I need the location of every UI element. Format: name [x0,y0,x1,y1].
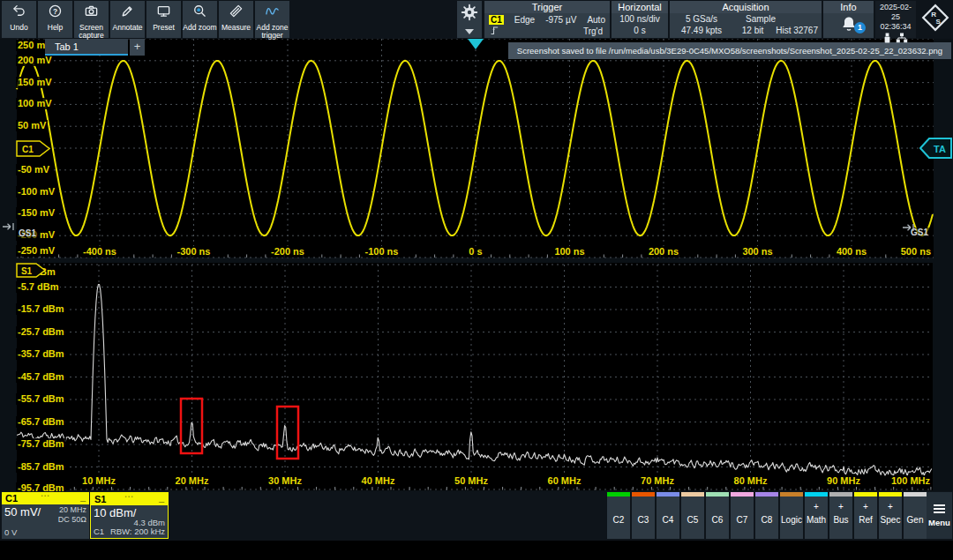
menu-button[interactable]: Menu [927,492,952,539]
minimize-icon[interactable]: _ [159,491,164,504]
channel-button-c7[interactable]: C7 [731,492,754,539]
channel-button-label: C5 [681,515,704,525]
channel-button-c2[interactable]: C2 [607,492,630,539]
resolution: 12 bit [733,25,772,36]
acquisition-section[interactable]: Acquisition 5 GSa/s Sample 47.49 kpts 12… [670,1,822,38]
channel-button-label: Spec [879,515,902,525]
oscilloscope-screen: 250 mV200 mV150 mV100 mV50 mV-50 mV-100 … [0,0,953,560]
plus-icon: + [879,502,902,511]
tab-1[interactable]: Tab 1 [45,39,128,56]
acquisition-mode: Sample [733,13,788,25]
history-count: Hist 32767 [772,25,822,36]
svg-text:?: ? [53,7,57,16]
channel1-signal-box[interactable]: C1 ∙∙∙ _ 50 mV/ 20 MHz DC 50Ω 0 V [2,492,89,539]
c1-bandwidth: 20 MHz [59,505,86,514]
trigger-type: Edge [514,15,535,25]
trigger-section[interactable]: Trigger C1 Edge -975 µV Auto Trg'd [484,1,610,38]
info-section-title: Info [823,1,874,13]
channel-color-strip [780,492,803,497]
toolbar-button-add-zone-trigger[interactable]: Add zone trigger [255,1,289,38]
acquisition-section-title: Acquisition [670,1,822,13]
channel-color-strip [805,492,828,497]
hamburger-icon [934,504,945,506]
channel-color-strip [755,492,778,497]
toolbar-button-undo[interactable]: Undo [2,1,36,38]
s1-vertical-scale: 10 dBm/ [94,506,136,519]
plus-icon: + [805,502,828,511]
channel-button-c3[interactable]: C3 [632,492,655,539]
channel-button-c5[interactable]: C5 [681,492,704,539]
channel-button-label: Math [805,515,828,525]
toolbar-button-label: Add zoom [183,24,216,32]
toolbar-button-label: Preset [153,24,175,32]
trigger-level: -975 µV [545,15,576,25]
trigger-position-marker[interactable] [468,39,484,49]
trigger-state: Trg'd [583,26,603,36]
c1-vertical-scale: 50 mV/ [4,505,41,525]
toolbar-button-help[interactable]: ?Help [38,1,72,38]
settings-button[interactable] [457,1,482,38]
sample-rate: 5 GSa/s [670,13,733,25]
plot-canvas [0,0,953,560]
channel-button-label: C6 [706,515,729,525]
horizontal-position: 0 s [612,25,668,36]
top-toolbar: Undo?HelpScreen captureAnnotatePresetAdd… [0,0,953,39]
c1-box-title: C1 [5,493,18,504]
channel-button-label: Ref [854,515,877,525]
channel-color-strip [731,492,754,497]
spectrum1-signal-box[interactable]: S1 ∙∙∙ _ 10 dBm/ 4.3 dBm C1 RBW: 200 kHz [90,492,169,539]
toolbar-button-label: Undo [10,24,27,32]
toolbar-button-annotate[interactable]: Annotate [110,1,145,38]
toolbar-button-preset[interactable]: Preset [146,1,181,38]
annotate-icon [120,4,135,22]
channel-color-strip [706,492,729,497]
plus-icon: + [854,502,877,511]
channel-button-gen[interactable]: Gen [904,492,927,539]
horizontal-scale: 100 ns/div [612,13,668,25]
channel-color-strip [854,492,877,497]
info-section[interactable]: Info 1 [823,1,874,38]
channel-button-logic[interactable]: Logic [780,492,803,539]
undo-icon [11,4,26,22]
channel-button-label: C7 [731,515,754,525]
s1-box-title: S1 [94,494,106,504]
gear-icon [461,4,478,25]
trigger-mode: Auto [587,15,605,25]
help-icon: ? [48,4,63,22]
channel-button-ref[interactable]: +Ref [854,492,877,539]
trigger-source-chip: C1 [489,15,504,25]
toolbar-button-screen-capture[interactable]: Screen capture [74,1,109,38]
clock-panel[interactable]: 2025-02-25 02:36:34 [875,1,916,38]
add-zoom-icon [192,4,207,22]
channel-button-label: C8 [755,515,778,525]
channel-button-label: C3 [632,515,655,525]
toolbar-button-group: Undo?HelpScreen captureAnnotatePresetAdd… [2,1,289,38]
horizontal-section-title: Horizontal [612,1,668,13]
drag-handle-icon: ∙∙∙ [124,490,134,503]
channel-color-strip [632,492,655,497]
channel-button-c8[interactable]: C8 [755,492,778,539]
channel-button-row: C2C3C4C5C6C7C8Logic+Math+Bus+Ref+SpecGen [607,492,927,539]
channel-button-math[interactable]: +Math [805,492,828,539]
channel-button-bus[interactable]: +Bus [829,492,852,539]
channel-color-strip [829,492,852,497]
date-label: 2025-02-25 [875,3,916,22]
channel-button-c6[interactable]: C6 [706,492,729,539]
channel-color-strip [681,492,704,497]
channel-button-label: Gen [904,515,927,525]
channel-button-c4[interactable]: C4 [657,492,679,539]
s1-source: C1 [94,526,104,536]
add-tab-button[interactable]: + [130,39,145,56]
channel-button-spec[interactable]: +Spec [879,492,902,539]
toolbar-button-label: Measure [221,24,251,32]
minimize-icon[interactable]: _ [80,490,86,503]
drag-handle-icon: ∙∙∙ [41,489,50,502]
horizontal-section[interactable]: Horizontal 100 ns/div 0 s [612,1,668,38]
zone-trigger-icon [265,4,280,22]
channel-color-strip [904,492,927,497]
trigger-section-title: Trigger [484,1,610,13]
toolbar-button-measure[interactable]: Measure [219,1,253,38]
channel-button-label: C2 [607,515,630,525]
toolbar-button-add-zoom[interactable]: Add zoom [183,1,217,38]
channel-color-strip [657,492,679,497]
